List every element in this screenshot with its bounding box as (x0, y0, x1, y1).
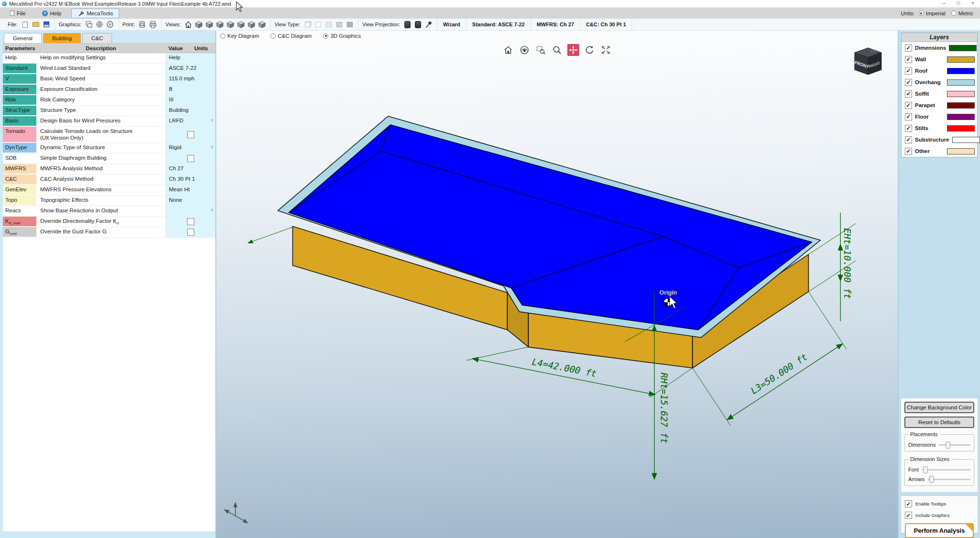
layer-checkbox-parapet[interactable] (905, 102, 912, 109)
save-file-button[interactable] (42, 20, 51, 29)
tool-pan-button[interactable] (568, 44, 579, 56)
param-value[interactable]: B (166, 85, 215, 95)
param-row-sdb[interactable]: SDBSimple Diaphragm Building (3, 154, 215, 164)
param-value[interactable]: Help (166, 53, 215, 63)
graphics-render-button[interactable] (106, 20, 114, 29)
close-button[interactable]: × (966, 0, 980, 7)
menu-file[interactable]: File (4, 9, 32, 18)
param-row-risk[interactable]: RiskRisk CategoryIII (3, 95, 215, 106)
layer-checkbox-stilts[interactable] (905, 125, 912, 132)
maximize-button[interactable]: □ (951, 0, 966, 7)
new-file-button[interactable] (21, 20, 30, 29)
scene-canvas[interactable]: L4=42.000 ft L3=50.000 ft EHt=10.000 ft … (216, 31, 898, 538)
view-home-button[interactable] (184, 20, 193, 29)
tool-zoom-window-button[interactable] (535, 44, 547, 56)
dropdown-caret-icon[interactable]: ˅ (211, 144, 213, 150)
view-mode-3d-graphics[interactable]: 3D Graphics (323, 33, 361, 39)
layer-color-swatch[interactable] (952, 137, 980, 143)
param-row-tornado[interactable]: TornadoCalculate Tornado Loads on Struct… (3, 127, 215, 143)
dimensions-slider[interactable] (939, 444, 970, 446)
font-slider[interactable] (922, 469, 970, 471)
viewtype-5-button[interactable] (345, 20, 354, 29)
param-row-c-c[interactable]: C&CC&C Analysis MethodCh 30 Pt 1 (3, 175, 215, 185)
view-iso4-button[interactable] (226, 20, 235, 29)
param-row-gover[interactable]: GoverOverride the Gust Factor G (3, 227, 215, 238)
param-row-basis[interactable]: BasisDesign Basis for Wind PressuresLRFD… (3, 116, 215, 127)
param-value[interactable]: Rigid˅ (166, 143, 215, 153)
param-value[interactable] (166, 127, 215, 143)
layer-checkbox-floor[interactable] (905, 113, 912, 121)
view-iso2-button[interactable] (205, 20, 214, 29)
layer-color-swatch[interactable] (947, 68, 975, 74)
print-button[interactable] (149, 20, 157, 29)
param-checkbox[interactable] (187, 131, 194, 138)
view-mode-c-c-diagram[interactable]: C&C Diagram (270, 33, 312, 39)
arrows-slider-thumb[interactable] (929, 476, 934, 483)
param-row-standard[interactable]: StandardWind Load StandardASCE 7-22 (3, 64, 215, 74)
param-row-exposure[interactable]: ExposureExposure ClassificationB (3, 85, 215, 95)
arrows-slider[interactable] (928, 479, 970, 480)
param-row-dyntype[interactable]: DynTypeDynamic Type of StructureRigid˅ (3, 143, 215, 154)
wizard-button[interactable]: Wizard (437, 19, 467, 30)
tool-rotate-button[interactable] (584, 44, 596, 56)
view-iso1-button[interactable] (195, 20, 203, 29)
param-value[interactable]: Building (166, 106, 215, 116)
layer-checkbox-substructure[interactable] (905, 136, 912, 143)
param-row-structype[interactable]: StrucTypeStructure TypeBuilding (3, 106, 215, 116)
layer-color-swatch[interactable] (947, 102, 975, 109)
param-value[interactable] (166, 154, 215, 164)
include-graphics-checkbox[interactable] (905, 512, 912, 519)
tool-fit-button[interactable] (600, 44, 612, 56)
layer-color-swatch[interactable] (947, 91, 975, 97)
change-background-button[interactable]: Change Background Color (904, 402, 974, 413)
projection-parallel-button[interactable] (403, 20, 412, 29)
viewtype-1-button[interactable] (303, 20, 312, 29)
layer-color-swatch[interactable] (947, 148, 975, 154)
graphics-3d-button[interactable] (95, 20, 104, 29)
param-row-mwfrs[interactable]: MWFRSMWFRS Analysis MethodCh 27 (3, 164, 215, 175)
param-value[interactable]: 115.0 mph (166, 74, 215, 84)
layer-checkbox-overhang[interactable] (905, 79, 912, 86)
layer-color-swatch[interactable] (947, 79, 975, 86)
units-imperial[interactable]: Imperial (919, 11, 946, 16)
projection-perspective-button[interactable] (414, 20, 423, 29)
open-file-button[interactable] (32, 20, 40, 29)
tool-zoom-button[interactable] (551, 44, 563, 56)
view-iso3-button[interactable] (216, 20, 224, 29)
graphics-window-button[interactable] (85, 20, 93, 29)
navigation-cube[interactable]: FRONT RIGHT TOP (849, 46, 887, 86)
param-value[interactable]: Mean Ht (166, 185, 215, 195)
param-value[interactable]: None (166, 196, 215, 206)
layer-color-swatch[interactable] (947, 56, 975, 63)
view-iso7-button[interactable] (258, 20, 267, 29)
standard-button[interactable]: Standard: ASCE 7-22 (467, 19, 531, 30)
layer-color-swatch[interactable] (947, 125, 975, 132)
tool-home-button[interactable] (502, 44, 514, 56)
param-value[interactable]: Ch 30 Pt 1 (166, 175, 215, 185)
param-value[interactable]: Ch 27 (166, 164, 215, 174)
enable-tooltips-checkbox[interactable] (905, 500, 912, 507)
param-row-v[interactable]: VBasic Wind Speed115.0 mph (3, 74, 215, 85)
tab-general[interactable]: General (4, 33, 42, 43)
viewtype-3-button[interactable] (324, 20, 333, 29)
minimize-button[interactable]: – (937, 0, 951, 7)
layer-checkbox-dimensions[interactable] (905, 44, 912, 52)
print-preview-button[interactable] (138, 20, 147, 29)
layer-checkbox-wall[interactable] (905, 56, 912, 63)
param-row-help[interactable]: HelpHelp on modifying SettingsHelp (3, 53, 215, 64)
cc-button[interactable]: C&C: Ch 30 Pt 1 (580, 19, 633, 30)
tab-cc[interactable]: C&C (82, 33, 112, 43)
layer-checkbox-soffit[interactable] (905, 90, 912, 98)
dimensions-slider-thumb[interactable] (946, 441, 950, 449)
viewtype-4-button[interactable] (335, 20, 344, 29)
layer-checkbox-other[interactable] (905, 148, 912, 155)
param-value[interactable] (166, 227, 215, 237)
param-value[interactable]: III (166, 95, 215, 105)
param-value[interactable]: LRFD˅ (166, 116, 215, 126)
param-row-reacs[interactable]: ReacsShow Base Reactions in Output˅ (3, 206, 215, 217)
param-value[interactable] (166, 217, 215, 227)
view-iso5-button[interactable] (237, 20, 245, 29)
param-row-kd-over[interactable]: Kd_overOverride Directionality Factor Kd (3, 217, 215, 227)
units-metric[interactable]: Metric (951, 11, 973, 16)
font-slider-thumb[interactable] (923, 466, 928, 473)
